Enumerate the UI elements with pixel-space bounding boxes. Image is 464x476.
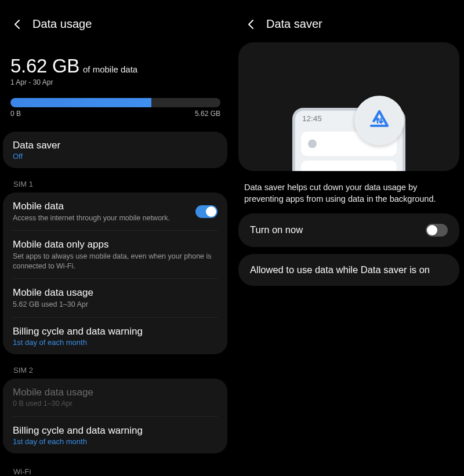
- info-text: Data saver helps cut down your data usag…: [234, 171, 464, 213]
- phone-row: [301, 161, 397, 171]
- mobile-data-only-row[interactable]: Mobile data only apps Set apps to always…: [3, 231, 227, 278]
- data-saver-badge: [354, 96, 404, 146]
- data-saver-title: Data saver: [13, 139, 217, 151]
- usage-summary: 5.62 GB of mobile data 1 Apr - 30 Apr: [0, 38, 230, 91]
- illustration-card: 12:45: [238, 42, 459, 171]
- back-button[interactable]: [13, 18, 21, 31]
- data-usage-screen: Data usage 5.62 GB of mobile data 1 Apr …: [0, 0, 232, 476]
- mobile-data-toggle[interactable]: [195, 205, 217, 218]
- mobile-data-usage-sub: 5.62 GB used 1–30 Apr: [13, 300, 217, 310]
- sim2-mobile-data-usage-title: Mobile data usage: [13, 386, 217, 398]
- billing-cycle-link: 1st day of each month: [13, 338, 217, 347]
- sim2-mobile-data-usage-sub: 0 B used 1–30 Apr: [13, 399, 217, 409]
- allowed-card[interactable]: Allowed to use data while Data saver is …: [238, 254, 459, 286]
- usage-bar-max: 5.62 GB: [195, 110, 220, 118]
- sim2-card: Mobile data usage 0 B used 1–30 Apr Bill…: [3, 379, 227, 453]
- turn-on-row[interactable]: Turn on now: [238, 213, 459, 247]
- turn-on-card: Turn on now: [238, 213, 459, 247]
- sim2-billing-cycle-row[interactable]: Billing cycle and data warning 1st day o…: [3, 417, 227, 453]
- usage-bar-track: [10, 98, 220, 107]
- section-wifi: Wi-Fi: [0, 462, 230, 476]
- usage-bar-min: 0 B: [10, 110, 21, 118]
- data-saver-status: Off: [13, 152, 217, 161]
- data-saver-icon: [367, 108, 392, 133]
- mobile-data-sub: Access the internet through your mobile …: [13, 213, 191, 223]
- sim2-mobile-data-usage-row[interactable]: Mobile data usage 0 B used 1–30 Apr: [3, 379, 227, 416]
- mobile-data-usage-row[interactable]: Mobile data usage 5.62 GB used 1–30 Apr: [3, 279, 227, 317]
- usage-value: 5.62 GB: [10, 55, 79, 77]
- page-title: Data saver: [266, 17, 322, 31]
- dot-icon: [308, 140, 317, 148]
- sim1-card: Mobile data Access the internet through …: [3, 192, 227, 354]
- section-sim2: SIM 2: [0, 362, 230, 379]
- mobile-data-row[interactable]: Mobile data Access the internet through …: [3, 192, 227, 230]
- phone-clock: 12:45: [302, 114, 322, 123]
- data-saver-card[interactable]: Data saver Off: [3, 132, 227, 168]
- sim2-billing-cycle-title: Billing cycle and data warning: [13, 424, 217, 437]
- chevron-left-icon: [248, 19, 254, 30]
- mobile-data-only-title: Mobile data only apps: [13, 238, 217, 250]
- sim2-billing-cycle-link: 1st day of each month: [13, 437, 217, 446]
- data-saver-screen: Data saver 12:45 Data saver helps cut do…: [232, 0, 464, 476]
- allowed-title: Allowed to use data while Data saver is …: [250, 264, 430, 275]
- turn-on-title: Turn on now: [250, 224, 303, 235]
- usage-suffix: of mobile data: [83, 64, 137, 74]
- back-button[interactable]: [246, 18, 255, 31]
- usage-bar: 0 B 5.62 GB: [0, 98, 230, 118]
- billing-cycle-row[interactable]: Billing cycle and data warning 1st day o…: [3, 318, 227, 354]
- mobile-data-only-sub: Set apps to always use mobile data, even…: [13, 252, 217, 271]
- header: Data saver: [234, 0, 464, 38]
- page-title: Data usage: [32, 17, 92, 31]
- section-sim1: SIM 1: [0, 176, 230, 192]
- header: Data usage: [0, 0, 230, 38]
- chevron-left-icon: [14, 19, 20, 30]
- usage-period: 1 Apr - 30 Apr: [10, 78, 220, 86]
- billing-cycle-title: Billing cycle and data warning: [13, 325, 217, 337]
- usage-bar-fill: [10, 98, 151, 107]
- turn-on-toggle[interactable]: [426, 224, 448, 237]
- mobile-data-title: Mobile data: [13, 200, 191, 212]
- mobile-data-usage-title: Mobile data usage: [13, 286, 217, 299]
